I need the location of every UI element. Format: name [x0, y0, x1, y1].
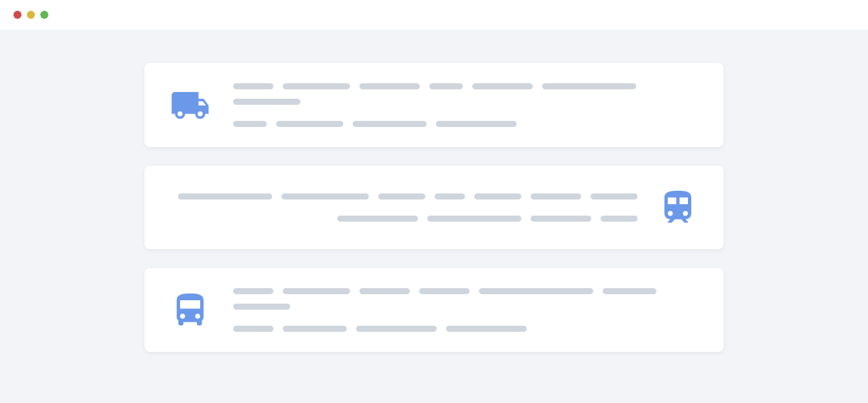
skeleton-segment	[427, 216, 521, 222]
skeleton-segment	[378, 193, 425, 199]
skeleton-segment	[233, 83, 273, 89]
skeleton-segment	[359, 288, 410, 294]
skeleton-segment	[276, 121, 343, 127]
skeleton-segment	[591, 193, 638, 199]
skeleton-segment	[178, 193, 272, 199]
window-close-button[interactable]	[13, 11, 21, 19]
content-area	[0, 30, 868, 386]
skeleton-line	[337, 216, 638, 222]
window-minimize-button[interactable]	[27, 11, 35, 19]
skeleton-segment	[233, 99, 300, 105]
window-titlebar	[0, 0, 868, 30]
skeleton-text-block	[169, 193, 638, 222]
list-card[interactable]	[144, 63, 724, 147]
skeleton-segment	[474, 193, 521, 199]
window-maximize-button[interactable]	[40, 11, 48, 19]
skeleton-line	[233, 288, 699, 310]
skeleton-segment	[479, 288, 593, 294]
train-icon	[656, 186, 699, 229]
skeleton-segment	[233, 326, 273, 332]
skeleton-segment	[356, 326, 437, 332]
skeleton-segment	[283, 83, 350, 89]
list-card[interactable]	[144, 268, 724, 352]
skeleton-segment	[446, 326, 527, 332]
skeleton-text-block	[233, 288, 699, 332]
skeleton-segment	[601, 216, 638, 222]
skeleton-text-block	[233, 83, 699, 127]
skeleton-segment	[472, 83, 533, 89]
skeleton-segment	[337, 216, 418, 222]
skeleton-segment	[435, 193, 465, 199]
skeleton-segment	[531, 193, 581, 199]
skeleton-line	[233, 83, 699, 105]
skeleton-segment	[233, 304, 290, 310]
skeleton-segment	[281, 193, 369, 199]
skeleton-segment	[419, 288, 470, 294]
skeleton-line	[233, 121, 699, 127]
skeleton-segment	[542, 83, 636, 89]
truck-icon	[169, 84, 212, 127]
skeleton-segment	[233, 288, 273, 294]
list-card[interactable]	[144, 166, 724, 249]
skeleton-segment	[359, 83, 420, 89]
skeleton-line	[233, 326, 699, 332]
skeleton-segment	[233, 121, 267, 127]
skeleton-segment	[283, 288, 350, 294]
skeleton-segment	[283, 326, 347, 332]
skeleton-segment	[603, 288, 656, 294]
skeleton-segment	[353, 121, 427, 127]
skeleton-segment	[429, 83, 463, 89]
skeleton-segment	[531, 216, 591, 222]
skeleton-line	[178, 193, 638, 199]
bus-icon	[169, 289, 212, 332]
skeleton-segment	[436, 121, 517, 127]
